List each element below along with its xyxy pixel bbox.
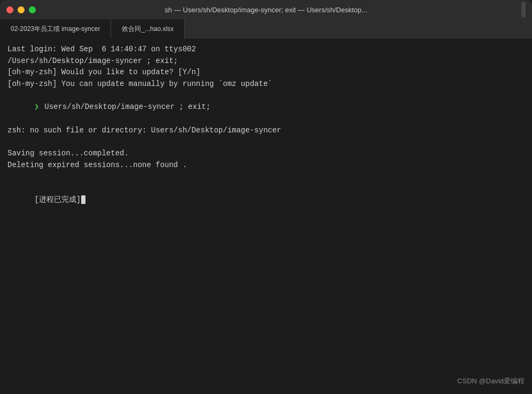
- tab-label-1: 02-2023年员工绩 image-syncer: [11, 25, 100, 34]
- terminal-line-3: [oh-my-zsh] Would you like to update? [Y…: [7, 67, 525, 78]
- terminal-line-1: Last login: Wed Sep 6 14:40:47 on ttys00…: [7, 44, 525, 56]
- finish-label: [进程已完成]: [34, 195, 81, 204]
- terminal-line-5: ❯ Users/sh/Desktop/image-syncer ; exit;: [7, 90, 525, 125]
- tab-label-2: 效合同_...hao.xlsx: [122, 25, 174, 34]
- watermark-text: CSDN @David爱编程: [457, 377, 525, 385]
- scrollbar[interactable]: [521, 2, 526, 18]
- close-button[interactable]: [6, 6, 13, 13]
- watermark: CSDN @David爱编程: [457, 376, 525, 387]
- terminal-line-finish: [进程已完成]: [7, 183, 525, 217]
- title-bar: sh — Users/sh/Desktop/image-syncer; exit…: [0, 0, 532, 19]
- terminal-line-8: Saving session...completed.: [7, 148, 525, 160]
- terminal-empty-2: [7, 171, 525, 183]
- maximize-button[interactable]: [29, 6, 36, 13]
- minimize-button[interactable]: [18, 6, 25, 13]
- terminal-cursor: [81, 195, 85, 204]
- terminal-body[interactable]: Last login: Wed Sep 6 14:40:47 on ttys00…: [0, 38, 532, 394]
- tab-item-2[interactable]: 效合同_...hao.xlsx: [111, 19, 185, 38]
- tab-bar: 02-2023年员工绩 image-syncer 效合同_...hao.xlsx: [0, 19, 532, 38]
- terminal-line-9: Deleting expired sessions...none found .: [7, 160, 525, 171]
- tab-item-1[interactable]: 02-2023年员工绩 image-syncer: [0, 19, 111, 38]
- terminal-line-2: /Users/sh/Desktop/image-syncer ; exit;: [7, 56, 525, 67]
- window-title: sh — Users/sh/Desktop/image-syncer; exit…: [0, 6, 532, 14]
- title-bar-right: [521, 2, 526, 18]
- prompt-command: Users/sh/Desktop/image-syncer ; exit;: [40, 103, 210, 111]
- terminal-empty-1: [7, 137, 525, 148]
- prompt-arrow: ❯: [34, 103, 38, 111]
- terminal-line-6: zsh: no such file or directory: Users/sh…: [7, 125, 525, 137]
- traffic-lights: [6, 6, 36, 13]
- terminal-line-4: [oh-my-zsh] You can update manually by r…: [7, 78, 525, 90]
- terminal-window: sh — Users/sh/Desktop/image-syncer; exit…: [0, 0, 532, 394]
